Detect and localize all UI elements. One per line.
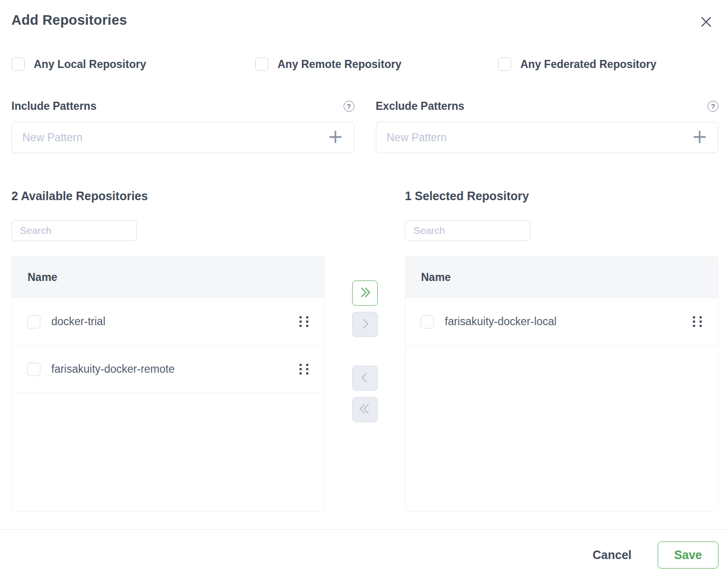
- any-federated-repository-option: Any Federated Repository: [498, 58, 718, 71]
- repo-name: docker-trial: [51, 315, 105, 328]
- available-repositories-panel: 2 Available Repositories Name docker-tri…: [11, 189, 325, 512]
- any-federated-repository-checkbox[interactable]: [498, 58, 511, 71]
- include-pattern-add-button[interactable]: +: [326, 127, 345, 148]
- chevron-double-left-icon: [357, 402, 373, 417]
- include-pattern-input[interactable]: [22, 131, 326, 144]
- drag-handle-icon[interactable]: [297, 314, 310, 329]
- any-federated-repository-label: Any Federated Repository: [520, 58, 656, 71]
- selected-table-body: farisakuity-docker-local: [405, 298, 718, 346]
- table-row[interactable]: farisakuity-docker-local: [405, 298, 718, 346]
- selected-table-header: Name: [405, 256, 718, 298]
- repo-name: farisakuity-docker-remote: [51, 363, 174, 376]
- selected-repositories-heading: 1 Selected Repository: [405, 189, 718, 203]
- close-icon: [699, 24, 714, 31]
- exclude-pattern-input[interactable]: [387, 131, 691, 144]
- available-search-input[interactable]: [11, 220, 137, 241]
- drag-handle-icon[interactable]: [691, 314, 704, 329]
- plus-icon: +: [327, 126, 344, 147]
- repo-name: farisakuity-docker-local: [445, 315, 556, 328]
- available-table-header: Name: [12, 256, 325, 298]
- row-checkbox[interactable]: [421, 315, 434, 329]
- exclude-patterns-help-icon[interactable]: ?: [708, 101, 718, 112]
- selected-search-input[interactable]: [405, 220, 530, 241]
- include-patterns-group: Include Patterns ? +: [11, 100, 354, 153]
- move-all-left-button[interactable]: [352, 397, 378, 422]
- dialog-footer: Cancel Save: [0, 529, 728, 580]
- include-patterns-help-icon[interactable]: ?: [344, 101, 354, 112]
- name-column-header: Name: [28, 271, 57, 284]
- plus-icon: +: [691, 126, 708, 147]
- close-button[interactable]: [697, 12, 716, 33]
- exclude-pattern-add-button[interactable]: +: [690, 127, 709, 148]
- any-local-repository-option: Any Local Repository: [11, 58, 255, 71]
- any-remote-repository-option: Any Remote Repository: [255, 58, 498, 71]
- transfer-buttons-column: [325, 189, 405, 512]
- include-patterns-label-row: Include Patterns ?: [11, 100, 354, 113]
- exclude-patterns-label: Exclude Patterns: [376, 100, 465, 113]
- dialog-content: Add Repositories Any Local Repository An…: [0, 0, 728, 529]
- any-remote-repository-checkbox[interactable]: [255, 58, 268, 71]
- any-local-repository-label: Any Local Repository: [34, 58, 146, 71]
- row-checkbox[interactable]: [27, 363, 40, 376]
- move-right-button[interactable]: [352, 312, 378, 337]
- chevron-left-icon: [357, 370, 373, 386]
- table-row[interactable]: docker-trial: [12, 298, 325, 346]
- include-pattern-input-wrap: +: [11, 122, 354, 153]
- exclude-pattern-input-wrap: +: [376, 122, 719, 153]
- drag-handle-icon[interactable]: [297, 362, 310, 377]
- save-button[interactable]: Save: [658, 541, 718, 569]
- row-checkbox[interactable]: [27, 315, 40, 329]
- any-local-repository-checkbox[interactable]: [11, 58, 25, 71]
- available-repositories-heading: 2 Available Repositories: [11, 189, 325, 203]
- move-left-button[interactable]: [352, 366, 378, 391]
- dialog-header: Add Repositories: [11, 0, 718, 33]
- add-repositories-dialog: Add Repositories Any Local Repository An…: [0, 0, 728, 580]
- repository-lists-section: 2 Available Repositories Name docker-tri…: [11, 189, 718, 512]
- any-remote-repository-label: Any Remote Repository: [278, 58, 402, 71]
- include-patterns-label: Include Patterns: [11, 100, 96, 113]
- name-column-header: Name: [421, 271, 451, 284]
- patterns-section: Include Patterns ? + Exclude Patterns ? …: [11, 100, 718, 153]
- chevron-double-right-icon: [357, 285, 373, 301]
- table-row[interactable]: farisakuity-docker-remote: [12, 346, 325, 393]
- page-title: Add Repositories: [11, 12, 127, 28]
- exclude-patterns-label-row: Exclude Patterns ?: [376, 100, 719, 113]
- available-table-body: docker-trial farisakuity-docker-remote: [12, 298, 325, 393]
- available-repositories-table: Name docker-trial: [11, 256, 325, 512]
- chevron-right-icon: [357, 317, 373, 332]
- repo-type-row: Any Local Repository Any Remote Reposito…: [11, 58, 718, 71]
- cancel-button[interactable]: Cancel: [593, 548, 632, 562]
- selected-repositories-table: Name farisakuity-docker-local: [405, 256, 718, 512]
- exclude-patterns-group: Exclude Patterns ? +: [376, 100, 719, 153]
- move-all-right-button[interactable]: [352, 280, 378, 306]
- selected-repositories-panel: 1 Selected Repository Name farisakuity-d…: [405, 189, 718, 512]
